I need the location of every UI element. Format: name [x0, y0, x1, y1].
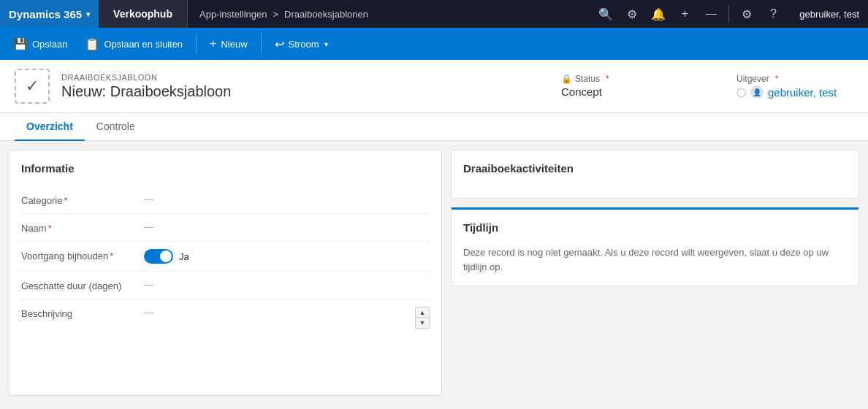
scroll-up-button[interactable]: ▲	[416, 307, 429, 318]
record-meta: DRAAIBOEKSJABLOON Nieuw: Draaiboeksjablo…	[61, 73, 231, 100]
top-navigation: Dynamics 365 ▾ Verkoophub App-instelling…	[0, 0, 868, 28]
record-fields: 🔒 Status * Concept Uitgever * ◯ 👤 gebrui…	[561, 74, 853, 99]
flow-button[interactable]: ↩ Stroom ▾	[267, 34, 336, 54]
value-beschrijving[interactable]: ---	[144, 307, 406, 318]
label-voortgang: Voortgang bijhouden*	[21, 249, 138, 261]
status-field-group: 🔒 Status * Concept	[561, 74, 678, 98]
publisher-label: Uitgever *	[736, 74, 853, 84]
form-section-title: Informatie	[21, 162, 430, 175]
activities-panel: Draaiboekactiviteiten	[451, 150, 859, 199]
value-naam[interactable]: ---	[144, 221, 430, 232]
toggle-container: Ja	[144, 249, 189, 264]
toolbar-separator	[196, 34, 197, 54]
bell-icon[interactable]: 🔔	[647, 2, 670, 26]
new-button[interactable]: + Nieuw	[202, 34, 254, 53]
scroll-buttons: ▲ ▼	[415, 307, 430, 329]
user-name: gebruiker, test	[799, 9, 859, 20]
help-icon[interactable]: ?	[761, 2, 785, 26]
add-icon[interactable]: +	[673, 2, 696, 26]
label-duur: Geschatte duur (dagen)	[21, 279, 138, 291]
tab-controle[interactable]: Controle	[85, 113, 147, 141]
tabs-bar: Overzicht Controle	[0, 113, 868, 141]
form-row-naam: Naam* ---	[21, 214, 430, 242]
flow-label: Stroom	[289, 39, 319, 50]
record-type: DRAAIBOEKSJABLOON	[61, 73, 231, 82]
main-content: Informatie Categorie* --- Naam* --- Voor…	[0, 141, 868, 405]
required-voortgang: *	[110, 251, 113, 261]
label-naam: Naam*	[21, 221, 138, 234]
publisher-required: *	[775, 74, 779, 84]
brand-button[interactable]: Dynamics 365 ▾	[0, 0, 99, 28]
label-categorie: Categorie*	[21, 194, 138, 206]
required-categorie: *	[64, 195, 67, 206]
nav-icons: 🔍 ⚙ 🔔 + ⸻ ⚙ ?	[594, 2, 791, 26]
required-naam: *	[48, 223, 52, 234]
publisher-field-group: Uitgever * ◯ 👤 gebruiker, test	[736, 74, 853, 99]
lock-icon: 🔒	[561, 74, 572, 84]
save-icon: 💾	[13, 37, 28, 51]
nav-divider	[728, 5, 729, 23]
record-title: Nieuw: Draaiboeksjabloon	[61, 83, 231, 100]
flow-chevron: ▾	[324, 40, 328, 48]
scroll-down-button[interactable]: ▼	[416, 318, 429, 328]
left-panel: Informatie Categorie* --- Naam* --- Voor…	[9, 150, 442, 396]
flow-icon: ↩	[275, 37, 284, 51]
toggle-label: Ja	[179, 251, 189, 262]
activities-title: Draaiboekactiviteiten	[463, 162, 847, 175]
timeline-note: Deze record is nog niet gemaakt. Als u d…	[463, 245, 847, 274]
settings-circle-icon[interactable]: ⚙	[620, 2, 644, 26]
record-header: ✓ DRAAIBOEKSJABLOON Nieuw: Draaiboeksjab…	[0, 60, 868, 113]
search-icon[interactable]: 🔍	[594, 2, 617, 26]
value-duur[interactable]: ---	[144, 279, 430, 290]
new-icon: +	[210, 37, 216, 50]
voortgang-toggle[interactable]	[144, 249, 173, 264]
toggle-thumb	[160, 251, 172, 262]
filter-icon[interactable]: ⸻	[699, 2, 723, 26]
toolbar-separator-2	[261, 34, 262, 54]
user-avatar: 👤	[750, 85, 764, 99]
save-label: Opslaan	[32, 39, 67, 50]
save-close-label: Opslaan en sluiten	[104, 39, 183, 50]
breadcrumb-part2: Draaiboeksjablonen	[284, 9, 368, 20]
breadcrumb-part1[interactable]: App-instellingen	[199, 9, 267, 20]
label-beschrijving: Beschrijving	[21, 307, 138, 319]
breadcrumb: App-instellingen > Draaiboeksjablonen	[188, 9, 594, 20]
user-profile[interactable]: gebruiker, test	[791, 9, 868, 20]
publisher-radio-icon: ◯	[736, 87, 746, 97]
timeline-panel: Tijdlijn Deze record is nog niet gemaakt…	[451, 207, 859, 286]
status-required: *	[606, 74, 609, 84]
gear-icon[interactable]: ⚙	[735, 2, 758, 26]
breadcrumb-separator: >	[273, 9, 279, 20]
status-label: 🔒 Status *	[561, 74, 678, 84]
save-close-icon: 📋	[85, 37, 99, 51]
brand-chevron: ▾	[86, 10, 90, 18]
record-icon: ✓	[15, 69, 50, 104]
app-name: Verkoophub	[113, 8, 172, 20]
tab-overzicht[interactable]: Overzicht	[15, 113, 85, 141]
form-row-duur: Geschatte duur (dagen) ---	[21, 272, 430, 299]
form-row-categorie: Categorie* ---	[21, 186, 430, 214]
brand-label: Dynamics 365	[9, 8, 82, 20]
form-row-voortgang: Voortgang bijhouden* Ja	[21, 242, 430, 272]
status-value[interactable]: Concept	[561, 85, 678, 98]
save-close-button[interactable]: 📋 Opslaan en sluiten	[77, 34, 190, 54]
right-panel: Draaiboekactiviteiten Tijdlijn Deze reco…	[451, 150, 859, 396]
form-row-beschrijving: Beschrijving --- ▲ ▼	[21, 299, 430, 336]
new-label: Nieuw	[221, 39, 247, 50]
toolbar: 💾 Opslaan 📋 Opslaan en sluiten + Nieuw ↩…	[0, 28, 868, 60]
record-icon-char: ✓	[26, 77, 39, 96]
publisher-value-row: ◯ 👤 gebruiker, test	[736, 85, 853, 99]
value-categorie[interactable]: ---	[144, 194, 430, 204]
timeline-title: Tijdlijn	[463, 221, 847, 234]
publisher-link[interactable]: gebruiker, test	[768, 86, 837, 99]
app-switcher[interactable]: Verkoophub	[99, 0, 188, 28]
save-button[interactable]: 💾 Opslaan	[6, 34, 75, 54]
